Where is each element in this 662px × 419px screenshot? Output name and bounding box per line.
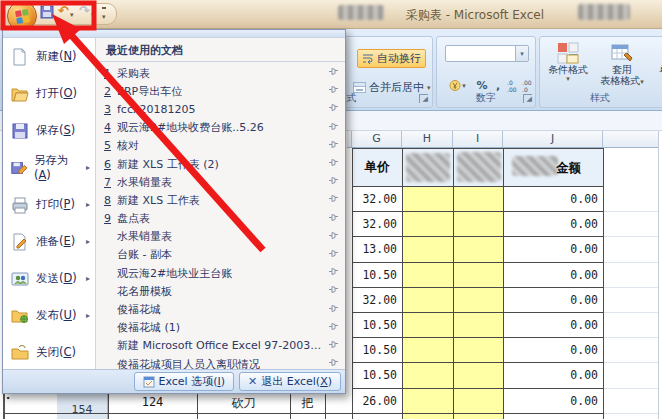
pin-icon[interactable] — [328, 212, 339, 226]
recent-doc-item[interactable]: 俊福花城 — [96, 300, 345, 318]
price-cell[interactable]: 10.50 — [352, 338, 402, 363]
price-cell[interactable]: 10.50 — [352, 313, 402, 338]
amount-cell[interactable]: 0.00 — [503, 363, 603, 388]
menu-item-prepare[interactable]: 准备(E) ▸ — [3, 223, 95, 260]
pin-icon[interactable] — [328, 121, 339, 135]
save-icon[interactable] — [40, 5, 54, 22]
price-cell[interactable]: 26.00 — [352, 389, 402, 414]
table-row[interactable]: 13.000.00 — [352, 237, 658, 262]
gridline-light — [658, 131, 659, 419]
table-row[interactable]: 32.000.00 — [352, 212, 658, 237]
wrap-text-button[interactable]: 自动换行 — [357, 49, 426, 68]
pin-icon[interactable] — [328, 339, 339, 353]
menu-item-publish[interactable]: 发布(U) ▸ — [3, 297, 95, 334]
number-format-combo[interactable]: ▾ — [445, 45, 529, 62]
pin-icon[interactable] — [328, 248, 339, 262]
recent-doc-item[interactable]: 7水果销量表 — [96, 173, 345, 191]
exit-excel-button[interactable]: ✕ 退出 Excel(X) — [239, 372, 341, 391]
amount-cell[interactable]: 0.00 — [503, 263, 603, 288]
pin-icon[interactable] — [328, 193, 339, 207]
menu-item-open[interactable]: 打开(O) — [3, 75, 95, 112]
recent-doc-item[interactable]: 6新建 XLS 工作表 (2) — [96, 155, 345, 173]
undo-dropdown-icon[interactable]: ▾ — [70, 8, 74, 23]
pin-icon[interactable] — [328, 303, 339, 317]
excel-options-button[interactable]: Excel 选项(I) — [134, 372, 234, 391]
submenu-arrow-icon: ▸ — [86, 200, 90, 209]
pin-icon[interactable] — [328, 175, 339, 189]
recent-doc-item[interactable]: 台账 - 副本 — [96, 246, 345, 264]
excel-options-icon — [143, 376, 155, 388]
price-cell[interactable]: 10.50 — [352, 363, 402, 388]
fat-dropdown-icon: ▾ — [640, 78, 644, 86]
menu-item-send[interactable]: 发送(D) ▸ — [3, 260, 95, 297]
table-top-border — [352, 148, 603, 149]
table-row[interactable]: 26.000.00 — [352, 389, 658, 414]
column-header-G[interactable]: G — [352, 131, 402, 147]
recent-doc-item[interactable]: 观云海2#地块业主台账 — [96, 264, 345, 282]
price-cell[interactable]: 32.00 — [352, 288, 402, 313]
number-group-label: 数字 — [437, 91, 535, 105]
price-cell[interactable]: 32.00 — [352, 187, 402, 212]
recent-doc-item[interactable]: 4观云海2#地块收费台账..5.26 — [96, 119, 345, 137]
menu-item-save[interactable]: 保存(S) — [3, 112, 95, 149]
column-header-J[interactable]: J — [503, 131, 603, 147]
table-row[interactable]: 10.500.00 — [352, 338, 658, 363]
censored-header-blob-i — [457, 152, 501, 182]
recent-doc-item[interactable]: 8新建 XLS 工作表 — [96, 191, 345, 209]
recent-doc-item[interactable]: 俊福花城 (1) — [96, 319, 345, 337]
menu-item-save-as[interactable]: 另存为(A) ▸ — [3, 149, 95, 186]
table-row[interactable]: 32.000.00 — [352, 288, 658, 313]
pin-icon[interactable] — [328, 66, 339, 80]
amount-cell[interactable]: 0.00 — [503, 288, 603, 313]
pin-icon[interactable] — [328, 230, 339, 244]
row-border — [5, 413, 603, 414]
unit-price-header-cell[interactable]: 单价 — [352, 159, 402, 176]
menu-item-new[interactable]: 新建(N) — [3, 38, 95, 75]
redo-icon[interactable]: ↷ — [79, 3, 90, 18]
recent-doc-item[interactable]: 新建 Microsoft Office Excel 97-2003 工作表 — [96, 337, 345, 355]
combo-dropdown-icon[interactable]: ▾ — [515, 46, 528, 61]
recent-doc-item[interactable]: 3fccx20181205 — [96, 100, 345, 118]
pin-icon[interactable] — [328, 84, 339, 98]
table-row[interactable]: 10.500.00 — [352, 263, 658, 288]
submenu-arrow-icon: ▸ — [86, 311, 90, 320]
pin-icon[interactable] — [328, 139, 339, 153]
recent-doc-item[interactable]: 花名册模板 — [96, 282, 345, 300]
amount-header-cell[interactable]: 金额 — [556, 160, 581, 177]
amount-cell[interactable]: 0.00 — [503, 313, 603, 338]
column-header-H[interactable]: H — [402, 131, 453, 147]
price-cell[interactable]: 13.00 — [352, 237, 402, 262]
price-cell[interactable]: 10.50 — [352, 263, 402, 288]
table-row[interactable]: 10.500.00 — [352, 313, 658, 338]
redo-dropdown-icon[interactable]: ▾ — [91, 8, 95, 23]
amount-cell[interactable]: 0.00 — [503, 212, 603, 237]
office-button[interactable] — [7, 1, 37, 31]
column-header-K[interactable] — [603, 131, 658, 147]
recent-doc-item[interactable]: 9盘点表 — [96, 210, 345, 228]
pin-icon[interactable] — [328, 266, 339, 280]
amount-cell[interactable]: 0.00 — [503, 338, 603, 363]
menu-item-close[interactable]: 关闭(C) — [3, 334, 95, 371]
recent-doc-item[interactable]: 1采购表 — [96, 64, 345, 82]
pin-icon[interactable] — [328, 102, 339, 116]
undo-icon[interactable]: ↶ — [58, 3, 69, 18]
column-header-I[interactable]: I — [453, 131, 503, 147]
price-cell[interactable]: 32.00 — [352, 212, 402, 237]
recent-doc-item[interactable]: 水果销量表 — [96, 228, 345, 246]
pin-icon[interactable] — [328, 284, 339, 298]
amount-cell[interactable]: 0.00 — [503, 237, 603, 262]
table-row[interactable]: 10.500.00 — [352, 363, 658, 388]
pin-icon[interactable] — [328, 321, 339, 335]
menu-item-print[interactable]: 打印(P) ▸ — [3, 186, 95, 223]
pin-icon[interactable] — [328, 157, 339, 171]
data-rows: 32.000.00 32.000.00 13.000.00 10.500.00 … — [352, 187, 658, 414]
alignment-dialog-launcher[interactable]: ◢ — [419, 94, 428, 103]
qat-customize-button[interactable]: ▾ — [102, 7, 106, 25]
number-dialog-launcher[interactable]: ◢ — [523, 94, 532, 103]
amount-cell[interactable]: 0.00 — [503, 187, 603, 212]
recent-documents-list: 1采购表 2ERP导出车位 3fccx20181205 4观云海2#地块收费台账… — [96, 62, 345, 371]
recent-doc-item[interactable]: 5核对 — [96, 137, 345, 155]
table-row[interactable]: 32.000.00 — [352, 187, 658, 212]
amount-cell[interactable]: 0.00 — [503, 389, 603, 414]
recent-doc-item[interactable]: 2ERP导出车位 — [96, 82, 345, 100]
